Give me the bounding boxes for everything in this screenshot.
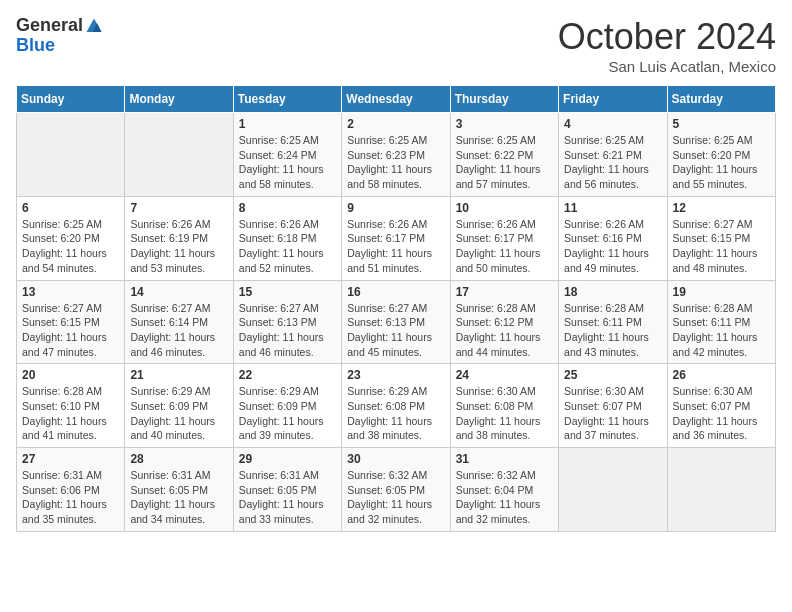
day-info: Sunrise: 6:27 AM Sunset: 6:14 PM Dayligh…: [130, 301, 227, 360]
page-header: General Blue October 2024 San Luis Acatl…: [16, 16, 776, 75]
calendar-cell: 27Sunrise: 6:31 AM Sunset: 6:06 PM Dayli…: [17, 448, 125, 532]
calendar-cell: 29Sunrise: 6:31 AM Sunset: 6:05 PM Dayli…: [233, 448, 341, 532]
header-day-friday: Friday: [559, 86, 667, 113]
day-number: 8: [239, 201, 336, 215]
day-number: 26: [673, 368, 770, 382]
day-info: Sunrise: 6:31 AM Sunset: 6:05 PM Dayligh…: [130, 468, 227, 527]
day-info: Sunrise: 6:30 AM Sunset: 6:08 PM Dayligh…: [456, 384, 553, 443]
week-row-1: 1Sunrise: 6:25 AM Sunset: 6:24 PM Daylig…: [17, 113, 776, 197]
day-info: Sunrise: 6:32 AM Sunset: 6:04 PM Dayligh…: [456, 468, 553, 527]
day-number: 3: [456, 117, 553, 131]
calendar-cell: 8Sunrise: 6:26 AM Sunset: 6:18 PM Daylig…: [233, 196, 341, 280]
header-day-monday: Monday: [125, 86, 233, 113]
day-number: 11: [564, 201, 661, 215]
calendar-cell: 11Sunrise: 6:26 AM Sunset: 6:16 PM Dayli…: [559, 196, 667, 280]
day-number: 24: [456, 368, 553, 382]
day-info: Sunrise: 6:26 AM Sunset: 6:18 PM Dayligh…: [239, 217, 336, 276]
day-info: Sunrise: 6:27 AM Sunset: 6:13 PM Dayligh…: [239, 301, 336, 360]
day-number: 21: [130, 368, 227, 382]
week-row-5: 27Sunrise: 6:31 AM Sunset: 6:06 PM Dayli…: [17, 448, 776, 532]
calendar-cell: 22Sunrise: 6:29 AM Sunset: 6:09 PM Dayli…: [233, 364, 341, 448]
calendar-cell: 17Sunrise: 6:28 AM Sunset: 6:12 PM Dayli…: [450, 280, 558, 364]
header-day-thursday: Thursday: [450, 86, 558, 113]
day-info: Sunrise: 6:25 AM Sunset: 6:24 PM Dayligh…: [239, 133, 336, 192]
day-number: 2: [347, 117, 444, 131]
logo-blue-text: Blue: [16, 36, 103, 56]
day-number: 7: [130, 201, 227, 215]
week-row-3: 13Sunrise: 6:27 AM Sunset: 6:15 PM Dayli…: [17, 280, 776, 364]
calendar-cell: 24Sunrise: 6:30 AM Sunset: 6:08 PM Dayli…: [450, 364, 558, 448]
calendar-cell: 9Sunrise: 6:26 AM Sunset: 6:17 PM Daylig…: [342, 196, 450, 280]
header-day-sunday: Sunday: [17, 86, 125, 113]
calendar-cell: [17, 113, 125, 197]
calendar-cell: 19Sunrise: 6:28 AM Sunset: 6:11 PM Dayli…: [667, 280, 775, 364]
calendar-cell: 4Sunrise: 6:25 AM Sunset: 6:21 PM Daylig…: [559, 113, 667, 197]
day-number: 14: [130, 285, 227, 299]
calendar-cell: 21Sunrise: 6:29 AM Sunset: 6:09 PM Dayli…: [125, 364, 233, 448]
calendar-cell: [667, 448, 775, 532]
day-number: 23: [347, 368, 444, 382]
calendar-body: 1Sunrise: 6:25 AM Sunset: 6:24 PM Daylig…: [17, 113, 776, 532]
location-text: San Luis Acatlan, Mexico: [558, 58, 776, 75]
day-number: 27: [22, 452, 119, 466]
day-info: Sunrise: 6:30 AM Sunset: 6:07 PM Dayligh…: [564, 384, 661, 443]
day-number: 25: [564, 368, 661, 382]
calendar-cell: 6Sunrise: 6:25 AM Sunset: 6:20 PM Daylig…: [17, 196, 125, 280]
day-number: 10: [456, 201, 553, 215]
calendar-cell: 7Sunrise: 6:26 AM Sunset: 6:19 PM Daylig…: [125, 196, 233, 280]
calendar-cell: 16Sunrise: 6:27 AM Sunset: 6:13 PM Dayli…: [342, 280, 450, 364]
day-info: Sunrise: 6:27 AM Sunset: 6:15 PM Dayligh…: [673, 217, 770, 276]
day-number: 9: [347, 201, 444, 215]
day-number: 20: [22, 368, 119, 382]
day-info: Sunrise: 6:30 AM Sunset: 6:07 PM Dayligh…: [673, 384, 770, 443]
header-row: SundayMondayTuesdayWednesdayThursdayFrid…: [17, 86, 776, 113]
calendar-cell: 13Sunrise: 6:27 AM Sunset: 6:15 PM Dayli…: [17, 280, 125, 364]
day-info: Sunrise: 6:25 AM Sunset: 6:23 PM Dayligh…: [347, 133, 444, 192]
week-row-4: 20Sunrise: 6:28 AM Sunset: 6:10 PM Dayli…: [17, 364, 776, 448]
calendar-cell: [125, 113, 233, 197]
day-number: 6: [22, 201, 119, 215]
logo-icon: [85, 17, 103, 35]
calendar-cell: 14Sunrise: 6:27 AM Sunset: 6:14 PM Dayli…: [125, 280, 233, 364]
day-number: 4: [564, 117, 661, 131]
day-number: 18: [564, 285, 661, 299]
calendar-cell: 30Sunrise: 6:32 AM Sunset: 6:05 PM Dayli…: [342, 448, 450, 532]
calendar-header: SundayMondayTuesdayWednesdayThursdayFrid…: [17, 86, 776, 113]
day-info: Sunrise: 6:31 AM Sunset: 6:05 PM Dayligh…: [239, 468, 336, 527]
calendar-cell: 10Sunrise: 6:26 AM Sunset: 6:17 PM Dayli…: [450, 196, 558, 280]
day-info: Sunrise: 6:28 AM Sunset: 6:11 PM Dayligh…: [673, 301, 770, 360]
header-day-tuesday: Tuesday: [233, 86, 341, 113]
calendar-cell: 3Sunrise: 6:25 AM Sunset: 6:22 PM Daylig…: [450, 113, 558, 197]
day-number: 15: [239, 285, 336, 299]
calendar-table: SundayMondayTuesdayWednesdayThursdayFrid…: [16, 85, 776, 532]
day-info: Sunrise: 6:26 AM Sunset: 6:16 PM Dayligh…: [564, 217, 661, 276]
day-info: Sunrise: 6:26 AM Sunset: 6:17 PM Dayligh…: [456, 217, 553, 276]
day-info: Sunrise: 6:29 AM Sunset: 6:09 PM Dayligh…: [239, 384, 336, 443]
day-info: Sunrise: 6:29 AM Sunset: 6:09 PM Dayligh…: [130, 384, 227, 443]
day-info: Sunrise: 6:25 AM Sunset: 6:22 PM Dayligh…: [456, 133, 553, 192]
title-block: October 2024 San Luis Acatlan, Mexico: [558, 16, 776, 75]
calendar-cell: 1Sunrise: 6:25 AM Sunset: 6:24 PM Daylig…: [233, 113, 341, 197]
day-number: 31: [456, 452, 553, 466]
calendar-cell: 18Sunrise: 6:28 AM Sunset: 6:11 PM Dayli…: [559, 280, 667, 364]
calendar-cell: 12Sunrise: 6:27 AM Sunset: 6:15 PM Dayli…: [667, 196, 775, 280]
day-number: 17: [456, 285, 553, 299]
day-number: 19: [673, 285, 770, 299]
calendar-cell: 26Sunrise: 6:30 AM Sunset: 6:07 PM Dayli…: [667, 364, 775, 448]
day-info: Sunrise: 6:28 AM Sunset: 6:11 PM Dayligh…: [564, 301, 661, 360]
day-info: Sunrise: 6:28 AM Sunset: 6:12 PM Dayligh…: [456, 301, 553, 360]
calendar-cell: 2Sunrise: 6:25 AM Sunset: 6:23 PM Daylig…: [342, 113, 450, 197]
day-number: 16: [347, 285, 444, 299]
week-row-2: 6Sunrise: 6:25 AM Sunset: 6:20 PM Daylig…: [17, 196, 776, 280]
day-info: Sunrise: 6:25 AM Sunset: 6:20 PM Dayligh…: [22, 217, 119, 276]
day-info: Sunrise: 6:27 AM Sunset: 6:15 PM Dayligh…: [22, 301, 119, 360]
day-number: 5: [673, 117, 770, 131]
calendar-cell: 23Sunrise: 6:29 AM Sunset: 6:08 PM Dayli…: [342, 364, 450, 448]
day-info: Sunrise: 6:29 AM Sunset: 6:08 PM Dayligh…: [347, 384, 444, 443]
day-number: 22: [239, 368, 336, 382]
day-number: 12: [673, 201, 770, 215]
day-info: Sunrise: 6:32 AM Sunset: 6:05 PM Dayligh…: [347, 468, 444, 527]
logo-general-text: General: [16, 16, 83, 36]
day-number: 30: [347, 452, 444, 466]
day-info: Sunrise: 6:26 AM Sunset: 6:17 PM Dayligh…: [347, 217, 444, 276]
